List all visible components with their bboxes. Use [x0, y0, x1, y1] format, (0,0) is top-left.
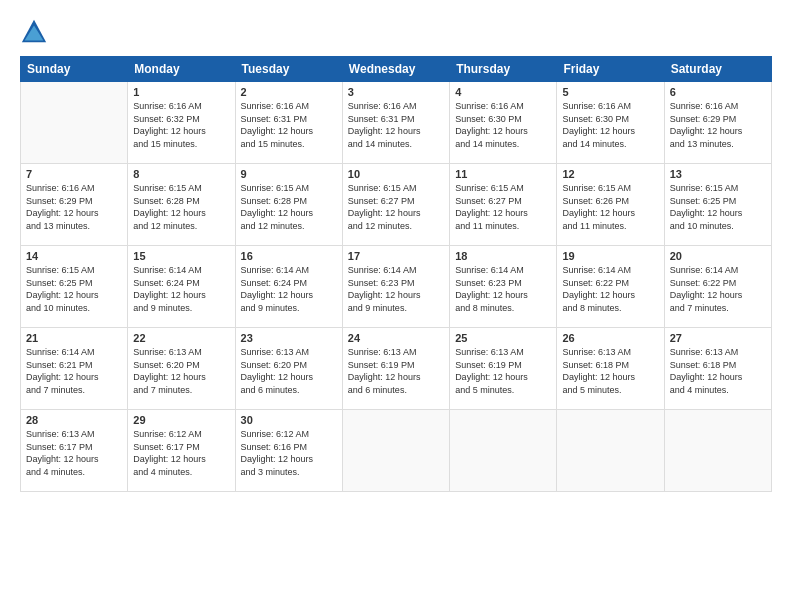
day-info: Sunrise: 6:14 AM Sunset: 6:22 PM Dayligh… [562, 264, 658, 314]
day-number: 22 [133, 332, 229, 344]
day-number: 5 [562, 86, 658, 98]
calendar-cell: 15Sunrise: 6:14 AM Sunset: 6:24 PM Dayli… [128, 246, 235, 328]
weekday-header-wednesday: Wednesday [342, 57, 449, 82]
calendar-cell [450, 410, 557, 492]
day-number: 29 [133, 414, 229, 426]
day-number: 3 [348, 86, 444, 98]
calendar-cell: 25Sunrise: 6:13 AM Sunset: 6:19 PM Dayli… [450, 328, 557, 410]
day-info: Sunrise: 6:16 AM Sunset: 6:31 PM Dayligh… [241, 100, 337, 150]
day-info: Sunrise: 6:14 AM Sunset: 6:23 PM Dayligh… [455, 264, 551, 314]
day-number: 15 [133, 250, 229, 262]
calendar-week-3: 14Sunrise: 6:15 AM Sunset: 6:25 PM Dayli… [21, 246, 772, 328]
calendar-cell: 4Sunrise: 6:16 AM Sunset: 6:30 PM Daylig… [450, 82, 557, 164]
day-info: Sunrise: 6:16 AM Sunset: 6:31 PM Dayligh… [348, 100, 444, 150]
day-info: Sunrise: 6:13 AM Sunset: 6:20 PM Dayligh… [133, 346, 229, 396]
weekday-header-row: SundayMondayTuesdayWednesdayThursdayFrid… [21, 57, 772, 82]
calendar-cell: 14Sunrise: 6:15 AM Sunset: 6:25 PM Dayli… [21, 246, 128, 328]
day-info: Sunrise: 6:16 AM Sunset: 6:29 PM Dayligh… [670, 100, 766, 150]
calendar-week-4: 21Sunrise: 6:14 AM Sunset: 6:21 PM Dayli… [21, 328, 772, 410]
day-number: 6 [670, 86, 766, 98]
day-number: 13 [670, 168, 766, 180]
calendar-cell: 2Sunrise: 6:16 AM Sunset: 6:31 PM Daylig… [235, 82, 342, 164]
day-number: 23 [241, 332, 337, 344]
day-number: 4 [455, 86, 551, 98]
calendar-cell: 13Sunrise: 6:15 AM Sunset: 6:25 PM Dayli… [664, 164, 771, 246]
calendar-table: SundayMondayTuesdayWednesdayThursdayFrid… [20, 56, 772, 492]
calendar-cell: 28Sunrise: 6:13 AM Sunset: 6:17 PM Dayli… [21, 410, 128, 492]
day-info: Sunrise: 6:15 AM Sunset: 6:25 PM Dayligh… [26, 264, 122, 314]
day-info: Sunrise: 6:15 AM Sunset: 6:28 PM Dayligh… [241, 182, 337, 232]
day-number: 20 [670, 250, 766, 262]
calendar-cell: 27Sunrise: 6:13 AM Sunset: 6:18 PM Dayli… [664, 328, 771, 410]
logo [20, 18, 52, 46]
day-number: 27 [670, 332, 766, 344]
calendar-cell: 24Sunrise: 6:13 AM Sunset: 6:19 PM Dayli… [342, 328, 449, 410]
day-number: 1 [133, 86, 229, 98]
calendar-cell [342, 410, 449, 492]
day-number: 18 [455, 250, 551, 262]
day-info: Sunrise: 6:13 AM Sunset: 6:19 PM Dayligh… [455, 346, 551, 396]
calendar-cell: 5Sunrise: 6:16 AM Sunset: 6:30 PM Daylig… [557, 82, 664, 164]
calendar-cell: 20Sunrise: 6:14 AM Sunset: 6:22 PM Dayli… [664, 246, 771, 328]
calendar-cell: 6Sunrise: 6:16 AM Sunset: 6:29 PM Daylig… [664, 82, 771, 164]
page-header [20, 18, 772, 46]
calendar-cell [21, 82, 128, 164]
day-number: 9 [241, 168, 337, 180]
weekday-header-friday: Friday [557, 57, 664, 82]
calendar-cell: 16Sunrise: 6:14 AM Sunset: 6:24 PM Dayli… [235, 246, 342, 328]
day-number: 14 [26, 250, 122, 262]
day-number: 2 [241, 86, 337, 98]
weekday-header-thursday: Thursday [450, 57, 557, 82]
day-info: Sunrise: 6:15 AM Sunset: 6:27 PM Dayligh… [348, 182, 444, 232]
day-info: Sunrise: 6:14 AM Sunset: 6:23 PM Dayligh… [348, 264, 444, 314]
calendar-cell: 11Sunrise: 6:15 AM Sunset: 6:27 PM Dayli… [450, 164, 557, 246]
day-info: Sunrise: 6:14 AM Sunset: 6:24 PM Dayligh… [133, 264, 229, 314]
day-number: 30 [241, 414, 337, 426]
day-number: 25 [455, 332, 551, 344]
calendar-cell: 9Sunrise: 6:15 AM Sunset: 6:28 PM Daylig… [235, 164, 342, 246]
calendar-week-2: 7Sunrise: 6:16 AM Sunset: 6:29 PM Daylig… [21, 164, 772, 246]
calendar-cell: 19Sunrise: 6:14 AM Sunset: 6:22 PM Dayli… [557, 246, 664, 328]
day-number: 28 [26, 414, 122, 426]
calendar-cell: 30Sunrise: 6:12 AM Sunset: 6:16 PM Dayli… [235, 410, 342, 492]
calendar-cell: 23Sunrise: 6:13 AM Sunset: 6:20 PM Dayli… [235, 328, 342, 410]
calendar-cell: 21Sunrise: 6:14 AM Sunset: 6:21 PM Dayli… [21, 328, 128, 410]
day-info: Sunrise: 6:16 AM Sunset: 6:32 PM Dayligh… [133, 100, 229, 150]
calendar-cell: 29Sunrise: 6:12 AM Sunset: 6:17 PM Dayli… [128, 410, 235, 492]
calendar-cell [557, 410, 664, 492]
day-number: 8 [133, 168, 229, 180]
weekday-header-tuesday: Tuesday [235, 57, 342, 82]
day-info: Sunrise: 6:16 AM Sunset: 6:29 PM Dayligh… [26, 182, 122, 232]
calendar-cell [664, 410, 771, 492]
calendar-week-5: 28Sunrise: 6:13 AM Sunset: 6:17 PM Dayli… [21, 410, 772, 492]
calendar-cell: 17Sunrise: 6:14 AM Sunset: 6:23 PM Dayli… [342, 246, 449, 328]
day-info: Sunrise: 6:16 AM Sunset: 6:30 PM Dayligh… [562, 100, 658, 150]
day-info: Sunrise: 6:13 AM Sunset: 6:20 PM Dayligh… [241, 346, 337, 396]
day-number: 26 [562, 332, 658, 344]
calendar-week-1: 1Sunrise: 6:16 AM Sunset: 6:32 PM Daylig… [21, 82, 772, 164]
logo-icon [20, 18, 48, 46]
day-number: 7 [26, 168, 122, 180]
day-number: 17 [348, 250, 444, 262]
day-number: 24 [348, 332, 444, 344]
day-info: Sunrise: 6:14 AM Sunset: 6:24 PM Dayligh… [241, 264, 337, 314]
calendar-cell: 10Sunrise: 6:15 AM Sunset: 6:27 PM Dayli… [342, 164, 449, 246]
day-info: Sunrise: 6:15 AM Sunset: 6:27 PM Dayligh… [455, 182, 551, 232]
day-info: Sunrise: 6:13 AM Sunset: 6:18 PM Dayligh… [562, 346, 658, 396]
day-info: Sunrise: 6:14 AM Sunset: 6:21 PM Dayligh… [26, 346, 122, 396]
day-info: Sunrise: 6:12 AM Sunset: 6:16 PM Dayligh… [241, 428, 337, 478]
day-number: 10 [348, 168, 444, 180]
calendar-cell: 12Sunrise: 6:15 AM Sunset: 6:26 PM Dayli… [557, 164, 664, 246]
weekday-header-monday: Monday [128, 57, 235, 82]
calendar-cell: 1Sunrise: 6:16 AM Sunset: 6:32 PM Daylig… [128, 82, 235, 164]
day-info: Sunrise: 6:13 AM Sunset: 6:19 PM Dayligh… [348, 346, 444, 396]
calendar-cell: 26Sunrise: 6:13 AM Sunset: 6:18 PM Dayli… [557, 328, 664, 410]
day-number: 21 [26, 332, 122, 344]
day-info: Sunrise: 6:13 AM Sunset: 6:17 PM Dayligh… [26, 428, 122, 478]
day-info: Sunrise: 6:12 AM Sunset: 6:17 PM Dayligh… [133, 428, 229, 478]
calendar-cell: 3Sunrise: 6:16 AM Sunset: 6:31 PM Daylig… [342, 82, 449, 164]
day-info: Sunrise: 6:13 AM Sunset: 6:18 PM Dayligh… [670, 346, 766, 396]
day-info: Sunrise: 6:15 AM Sunset: 6:25 PM Dayligh… [670, 182, 766, 232]
day-number: 19 [562, 250, 658, 262]
day-number: 12 [562, 168, 658, 180]
